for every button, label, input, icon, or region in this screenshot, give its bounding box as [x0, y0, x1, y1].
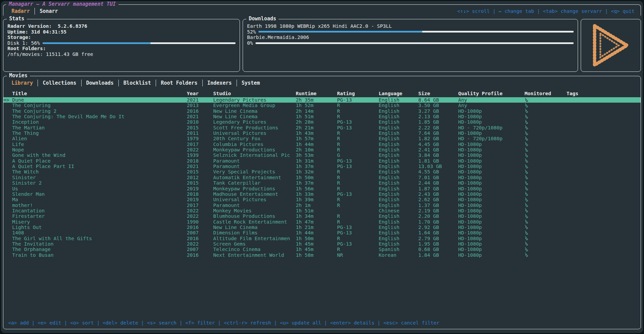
movie-monitored	[525, 241, 567, 247]
selection-prefix	[3, 158, 12, 164]
movie-row[interactable]: The Martian 2015 Scott Free Productions …	[3, 125, 641, 130]
servarr-tabs: Radarr Sonarr	[7, 8, 63, 15]
movie-tags	[567, 136, 641, 141]
movie-year: 2013	[187, 103, 213, 108]
movie-quality-profile: HD-1080p	[458, 191, 525, 197]
movie-size: 3.27 GB	[418, 108, 458, 114]
movies-tab[interactable]: Library	[7, 80, 38, 86]
movie-row[interactable]: => Dune 2021 Legendary Pictures 2h 35m P…	[3, 97, 641, 103]
movie-rating: PG-13	[337, 241, 379, 247]
movie-row[interactable]: Gone with the Wind 1939 Selznick Interna…	[3, 152, 641, 158]
movie-row[interactable]: A Quiet Place Part II 2021 Paramount 1h …	[3, 164, 641, 169]
movie-row[interactable]: The Conjuring 2 2016 New Line Cinema 2h …	[3, 108, 641, 114]
movie-row[interactable]: Sinister 2012 Automatik Entertainment 1h…	[3, 175, 641, 180]
movie-row[interactable]: Nope 2022 Monkeypaw Productions 2h 10m R…	[3, 147, 641, 152]
movie-tags	[567, 230, 641, 235]
movie-row[interactable]: Train to Busan 2016 Next Entertainment W…	[3, 252, 641, 258]
movie-row[interactable]: Us 2019 Monkeypaw Productions 1h 56m R E…	[3, 186, 641, 191]
movie-language: Chinese	[379, 208, 418, 213]
movies-tab[interactable]: System	[237, 80, 265, 86]
movie-studio: Selznick International Pic	[213, 152, 296, 158]
movie-studio: Automatik Entertainment	[213, 175, 296, 180]
movie-row[interactable]: Lights Out 2016 New Line Cinema 1h 21m P…	[3, 225, 641, 230]
monitored-flag-icon	[525, 103, 529, 108]
movie-row[interactable]: The Girl with All the Gifts 2016 Altitud…	[3, 236, 641, 241]
movies-tab[interactable]: Root Folders	[156, 80, 202, 86]
movie-language: English	[379, 197, 418, 202]
selection-prefix	[3, 136, 12, 141]
movie-row[interactable]: Sinister 2 2015 Tank Caterpillar 1h 37m …	[3, 180, 641, 186]
movie-row[interactable]: Misery 1990 Castle Rock Entertainment 1h…	[3, 219, 641, 225]
movie-row[interactable]: Life 2017 Columbia Pictures 1h 44m R Eng…	[3, 142, 641, 147]
app-title: Managarr — A Servarr management TUI	[6, 1, 118, 7]
movie-studio: Monkey Movies	[213, 208, 296, 213]
movies-tab[interactable]: Downloads	[81, 80, 118, 86]
movie-row[interactable]: Inception 2010 Legendary Pictures 2h 28m…	[3, 119, 641, 125]
movie-rating: R	[337, 108, 379, 114]
movie-language: English	[379, 213, 418, 219]
movie-row[interactable]: Slender Man 2018 Madhouse Entertainment …	[3, 191, 641, 197]
movie-runtime: 1h 51m	[296, 114, 337, 119]
movie-rating: PG-13	[337, 158, 379, 164]
servarr-tab[interactable]: Sonarr	[35, 8, 63, 15]
movie-row[interactable]: The Conjuring 2013 Evergreen Media Group…	[3, 103, 641, 108]
movie-row[interactable]: mother! 2017 Paramount 2h 1m R English 1…	[3, 203, 641, 208]
movies-tab[interactable]: Collections	[38, 80, 81, 86]
movie-tags	[567, 197, 641, 202]
movie-monitored	[525, 103, 567, 108]
movie-title: Gone with the Wind	[12, 152, 187, 158]
movie-language: English	[379, 119, 418, 125]
movie-studio: Next Entertainment World	[213, 252, 296, 258]
movie-monitored	[525, 114, 567, 119]
movie-row[interactable]: Alien 1979 20th Century Fox 1h 57m R Eng…	[3, 136, 641, 141]
movie-size: 1.64 GB	[418, 230, 458, 235]
movie-row[interactable]: Firestarter 2022 Blumhouse Productions 1…	[3, 213, 641, 219]
movie-row[interactable]: Ma 2019 Universal Pictures 1h 39m R Engl…	[3, 197, 641, 202]
movie-runtime: 1h 32m	[296, 169, 337, 174]
movies-tab[interactable]: Blocklist	[118, 80, 156, 86]
movie-monitored	[525, 125, 567, 130]
movie-tags	[567, 175, 641, 180]
movie-row[interactable]: The Orphanage 2007 Telecinco Cinema 1h 4…	[3, 247, 641, 252]
movie-row[interactable]: The Thing 2011 Universal Pictures 1h 43m…	[3, 130, 641, 136]
movie-row[interactable]: The Witch 2015 Very Special Projects 1h …	[3, 169, 641, 174]
movies-panel-title: Movies	[7, 72, 30, 79]
movie-size: 2.20 GB	[418, 213, 458, 219]
servarr-tab[interactable]: Radarr	[7, 8, 35, 15]
movie-row[interactable]: The Conjuring: The Devil Made Me Do It 2…	[3, 114, 641, 119]
movie-title: Lights Out	[12, 225, 187, 230]
movie-language: English	[379, 236, 418, 241]
movie-row[interactable]: A Quiet Place 2018 Paramount 1h 31m PG-1…	[3, 158, 641, 164]
monitored-flag-icon	[525, 142, 529, 146]
movie-year: 2015	[187, 180, 213, 186]
movie-year: 2021	[187, 114, 213, 119]
bottom-keybind-hints: <a> add | <e> edit | <o> sort | <del> de…	[3, 320, 641, 326]
movies-tab[interactable]: Indexers	[202, 80, 237, 86]
column-header: Year	[187, 90, 213, 97]
movie-quality-profile: HD-1080p	[458, 142, 525, 147]
movie-tags	[567, 236, 641, 241]
movie-quality-profile: HD-1080p	[458, 241, 525, 247]
movie-quality-profile: HD-1080p	[458, 119, 525, 125]
movie-monitored	[525, 252, 567, 258]
movie-year: 2022	[187, 213, 213, 219]
disk-usage-progressbar	[43, 42, 236, 44]
movie-tags	[567, 152, 641, 158]
movie-language: English	[379, 180, 418, 186]
movie-size: 2.79 GB	[418, 236, 458, 241]
disk-usage-row: Disk 1: 56%	[7, 40, 236, 46]
monitored-flag-icon	[525, 225, 529, 229]
movie-studio: New Line Cinema	[213, 114, 296, 119]
movie-year: 2019	[187, 197, 213, 202]
movie-tags	[567, 164, 641, 169]
movie-row[interactable]: Incantation 2022 Monkey Movies 1h 51m Ch…	[3, 208, 641, 213]
movie-studio: Paramount	[213, 164, 296, 169]
info-panels-row: Stats Radarr Version: 5.2.6.8376 Uptime:…	[3, 19, 641, 72]
movie-row[interactable]: 1408 2007 Dimension Films 1h 44m PG-13 E…	[3, 230, 641, 235]
movie-row[interactable]: The Invitation 2022 Screen Gems 1h 45m P…	[3, 241, 641, 247]
monitored-flag-icon	[525, 147, 529, 152]
movie-language: English	[379, 225, 418, 230]
selection-prefix	[3, 208, 12, 213]
downloads-panel-title: Downloads	[246, 16, 279, 22]
movie-year: 2016	[187, 236, 213, 241]
